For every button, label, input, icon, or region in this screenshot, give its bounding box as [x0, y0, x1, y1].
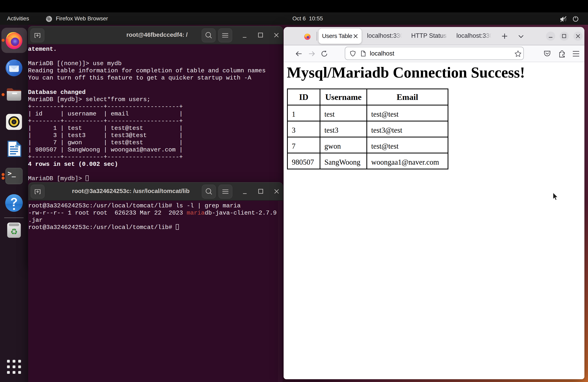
svg-text:?: ? [10, 195, 18, 209]
svg-text:>_: >_ [8, 169, 16, 177]
svg-text:♻: ♻ [10, 227, 18, 236]
